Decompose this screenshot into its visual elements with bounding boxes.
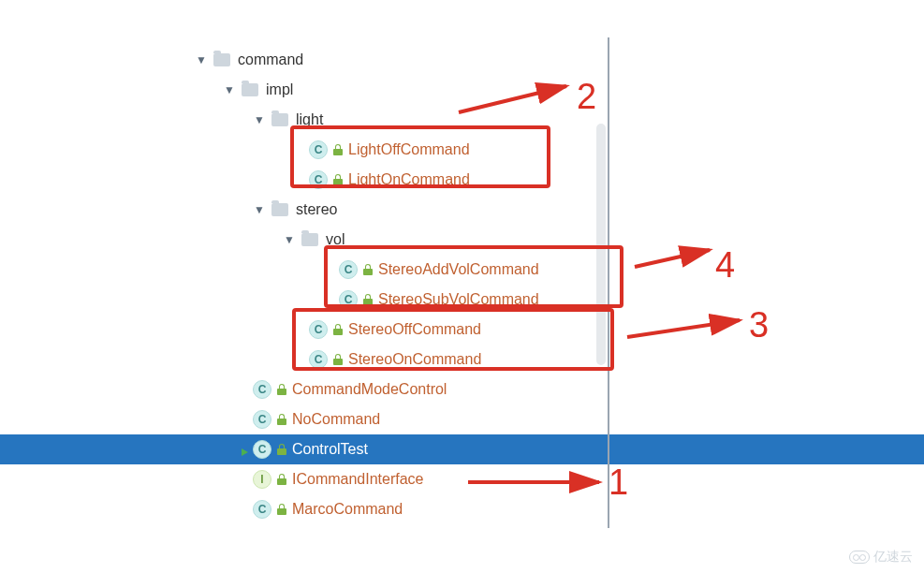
folder-icon: [242, 83, 258, 96]
tree-label: NoCommand: [292, 411, 380, 428]
lock-icon: [363, 264, 373, 275]
class-icon: C: [309, 350, 328, 369]
lock-icon: [277, 384, 286, 395]
tree-label: LightOffCommand: [348, 141, 470, 158]
watermark-text: 亿速云: [873, 549, 913, 566]
tree-item-lightoffcommand[interactable]: C LightOffCommand: [0, 135, 924, 165]
tree-item-stereoaddvolcommand[interactable]: C StereoAddVolCommand: [0, 255, 924, 285]
tree-label: StereoOnCommand: [348, 351, 481, 368]
tree-label: StereoSubVolCommand: [378, 291, 539, 308]
tree-label: stereo: [296, 201, 337, 218]
tree-item-controltest[interactable]: C ControlTest: [0, 434, 924, 464]
lock-icon: [277, 444, 286, 455]
folder-icon: [271, 203, 288, 216]
lock-icon: [277, 504, 286, 515]
lock-icon: [277, 414, 286, 425]
tree-item-light[interactable]: ▼ light: [0, 105, 924, 135]
package-tree: ▼ command ▼ impl ▼ light C LightOffComma…: [0, 0, 924, 524]
tree-item-stereo[interactable]: ▼ stereo: [0, 195, 924, 225]
class-icon: C: [309, 320, 328, 339]
tree-item-nocommand[interactable]: C NoCommand: [0, 404, 924, 434]
tree-item-stereooffcommand[interactable]: C StereoOffCommand: [0, 315, 924, 345]
tree-item-command[interactable]: ▼ command: [0, 45, 924, 75]
chevron-down-icon: ▼: [253, 203, 266, 216]
lock-icon: [333, 354, 343, 365]
tree-label: command: [238, 51, 303, 68]
tree-item-commandmodecontrol[interactable]: C CommandModeControl: [0, 375, 924, 404]
class-icon: C: [253, 440, 271, 459]
lock-icon: [333, 324, 343, 335]
tree-label: MarcoCommand: [292, 501, 403, 518]
class-icon: C: [253, 500, 271, 519]
tree-item-lightoncommand[interactable]: C LightOnCommand: [0, 165, 924, 195]
class-icon: C: [339, 260, 358, 279]
tree-item-stereooncommand[interactable]: C StereoOnCommand: [0, 345, 924, 375]
folder-icon: [271, 113, 288, 126]
tree-label: StereoOffCommand: [348, 321, 481, 338]
watermark-icon: [849, 551, 870, 564]
tree-item-stereosubvolcommand[interactable]: C StereoSubVolCommand: [0, 285, 924, 315]
folder-icon: [301, 233, 318, 246]
run-icon: [242, 448, 248, 456]
tree-label: ICommandInterface: [292, 471, 424, 488]
lock-icon: [333, 144, 343, 155]
scrollbar-thumb[interactable]: [596, 124, 606, 365]
class-icon: C: [339, 290, 358, 309]
tree-item-impl[interactable]: ▼ impl: [0, 75, 924, 105]
class-icon: C: [309, 140, 328, 159]
lock-icon: [277, 474, 286, 485]
tree-label: vol: [326, 231, 345, 248]
tree-item-vol[interactable]: ▼ vol: [0, 225, 924, 255]
chevron-down-icon: ▼: [195, 53, 208, 66]
chevron-down-icon: ▼: [223, 83, 236, 96]
class-icon: C: [253, 410, 271, 429]
tree-label: StereoAddVolCommand: [378, 261, 539, 278]
tree-label: LightOnCommand: [348, 171, 470, 188]
divider: [608, 37, 609, 528]
watermark: 亿速云: [849, 549, 913, 566]
tree-label: light: [296, 111, 323, 128]
tree-item-marcocommand[interactable]: C MarcoCommand: [0, 494, 924, 524]
chevron-down-icon: ▼: [253, 113, 266, 126]
tree-label: impl: [266, 81, 293, 98]
tree-label: ControlTest: [292, 441, 368, 458]
class-icon: C: [253, 380, 271, 399]
lock-icon: [333, 174, 343, 185]
interface-icon: I: [253, 470, 271, 489]
class-icon: C: [309, 170, 328, 189]
tree-label: CommandModeControl: [292, 381, 447, 398]
chevron-down-icon: ▼: [283, 233, 296, 246]
folder-icon: [213, 53, 230, 66]
tree-item-icommandinterface[interactable]: I ICommandInterface: [0, 464, 924, 494]
lock-icon: [363, 294, 373, 305]
